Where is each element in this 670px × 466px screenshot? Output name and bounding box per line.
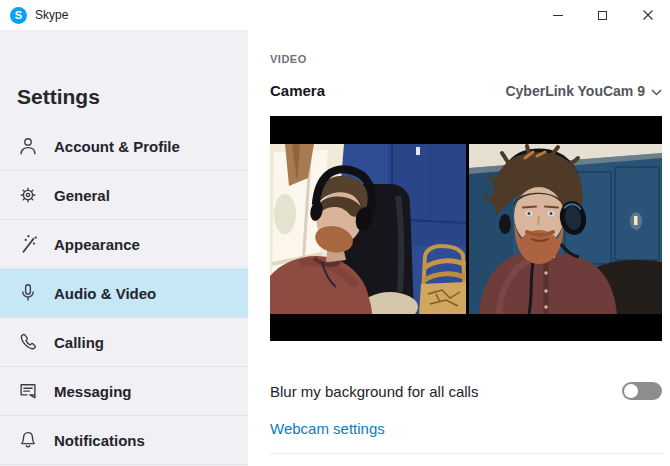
- section-divider: [270, 453, 662, 454]
- phone-icon: [17, 331, 39, 353]
- sidebar-item-label: Notifications: [54, 432, 145, 449]
- microphone-icon: [17, 282, 39, 304]
- sidebar-item-label: General: [54, 187, 110, 204]
- title-bar: S Skype: [0, 0, 670, 30]
- minimize-button[interactable]: [535, 0, 580, 30]
- sidebar-item-label: Calling: [54, 334, 104, 351]
- sidebar-item-label: Messaging: [54, 383, 132, 400]
- sidebar-item-notifications[interactable]: Notifications: [0, 416, 248, 465]
- sidebar-item-appearance[interactable]: Appearance: [0, 220, 248, 269]
- camera-device-value: CyberLink YouCam 9: [505, 83, 645, 99]
- skype-logo-icon: S: [10, 7, 27, 24]
- window-title: Skype: [35, 8, 68, 22]
- gear-icon: [17, 184, 39, 206]
- camera-preview-left-feed: [270, 144, 466, 314]
- camera-preview-right-feed: [469, 144, 662, 314]
- skype-settings-window: S Skype Settings Account & Profile: [0, 0, 670, 466]
- webcam-settings-link[interactable]: Webcam settings: [270, 420, 385, 437]
- camera-device-dropdown[interactable]: CyberLink YouCam 9: [505, 83, 662, 99]
- video-settings-panel: VIDEO Camera CyberLink YouCam 9: [248, 30, 670, 466]
- maximize-icon: [598, 11, 607, 20]
- blur-background-label: Blur my background for all calls: [270, 383, 478, 400]
- toggle-knob: [624, 384, 638, 398]
- message-icon: [17, 380, 39, 402]
- bell-icon: [17, 429, 39, 451]
- window-controls: [535, 0, 670, 30]
- settings-heading: Settings: [17, 85, 248, 109]
- sidebar-item-audio-video[interactable]: Audio & Video: [0, 269, 248, 318]
- sidebar-item-calling[interactable]: Calling: [0, 318, 248, 367]
- settings-sidebar: Settings Account & Profile General: [0, 30, 248, 466]
- sidebar-item-label: Account & Profile: [54, 138, 180, 155]
- maximize-button[interactable]: [580, 0, 625, 30]
- sidebar-item-label: Audio & Video: [54, 285, 156, 302]
- sidebar-item-account-profile[interactable]: Account & Profile: [0, 122, 248, 171]
- wand-icon: [17, 233, 39, 255]
- blur-background-toggle[interactable]: [622, 382, 662, 400]
- close-icon: [643, 10, 653, 20]
- close-button[interactable]: [625, 0, 670, 30]
- chevron-down-icon: [651, 83, 662, 99]
- section-label: VIDEO: [270, 53, 662, 65]
- camera-label: Camera: [270, 82, 325, 99]
- sidebar-item-label: Appearance: [54, 236, 140, 253]
- sidebar-item-messaging[interactable]: Messaging: [0, 367, 248, 416]
- minimize-icon: [553, 15, 563, 16]
- person-icon: [17, 135, 39, 157]
- camera-preview: [270, 116, 662, 341]
- sidebar-item-general[interactable]: General: [0, 171, 248, 220]
